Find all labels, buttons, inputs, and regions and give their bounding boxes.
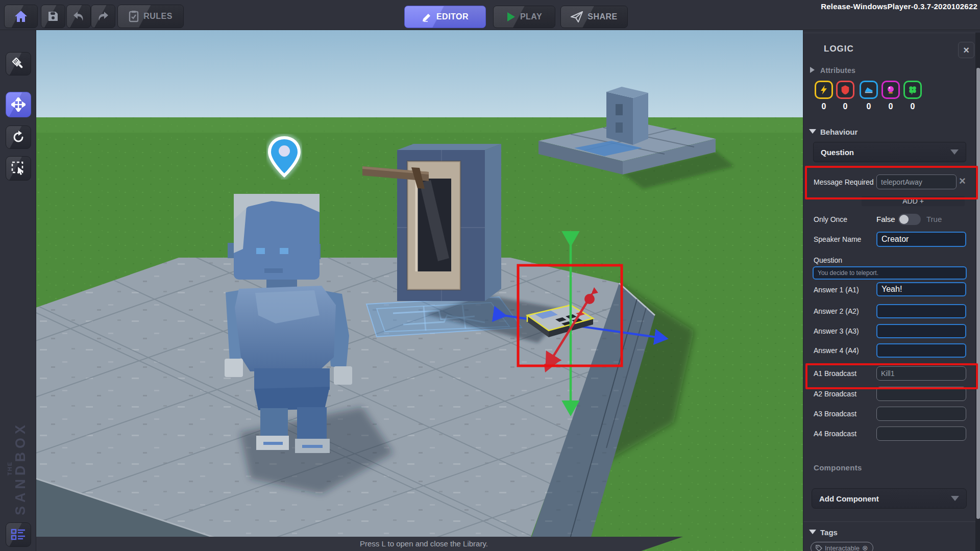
save-button[interactable]: [41, 5, 65, 28]
add-message-button[interactable]: ADD +: [862, 196, 965, 206]
editor-button[interactable]: EDITOR: [404, 6, 486, 28]
attribute-luck-value: 0: [903, 102, 922, 111]
undo-button[interactable]: [66, 5, 91, 28]
attribute-magic[interactable]: [881, 81, 900, 99]
tag-label: Interactable: [825, 544, 860, 551]
share-button[interactable]: SHARE: [560, 6, 628, 28]
answer-2-label: Answer 2 (A2): [814, 307, 859, 315]
answer-1-input[interactable]: [876, 282, 966, 296]
tags-collapse-icon[interactable]: [809, 530, 816, 534]
undo-icon: [72, 10, 85, 22]
section-divider: [803, 521, 975, 522]
editor-label: EDITOR: [436, 12, 469, 21]
library-hint-bar: Press L to open and close the Library.: [36, 537, 689, 551]
redo-button[interactable]: [91, 5, 115, 28]
rules-label: RULES: [143, 12, 173, 21]
behaviour-header: Behaviour: [820, 128, 857, 136]
remove-message-button[interactable]: ×: [959, 176, 966, 187]
tag-icon: [816, 545, 822, 551]
only-once-label: Only Once: [814, 215, 847, 223]
move-tool-button[interactable]: [6, 92, 31, 117]
answer-2-input[interactable]: [876, 304, 966, 318]
list-icon: [11, 528, 26, 541]
a4-broadcast-label: A4 Broadcast: [814, 430, 856, 438]
add-component-label: Add Component: [819, 494, 879, 503]
move-icon: [11, 97, 26, 112]
play-button[interactable]: PLAY: [493, 6, 555, 28]
a3-broadcast-input[interactable]: [876, 407, 966, 421]
magic-orb-icon: [885, 84, 897, 96]
message-required-input[interactable]: [876, 174, 957, 189]
rules-button[interactable]: RULES: [117, 5, 184, 28]
rules-clipboard-icon: [129, 10, 139, 22]
only-once-false-label: False: [876, 215, 895, 223]
attribute-defense[interactable]: [836, 81, 854, 99]
speed-shoe-icon: [863, 84, 875, 96]
tag-chip-interactable[interactable]: Interactable ⊗: [811, 542, 873, 551]
logic-panel: LOGIC × Attributes: [803, 0, 980, 551]
answer-1-label: Answer 1 (A1): [814, 286, 859, 294]
paint-tool-button[interactable]: [6, 52, 31, 76]
redo-icon: [97, 10, 109, 22]
toggle-knob: [899, 215, 909, 224]
attribute-defense-value: 0: [836, 102, 854, 111]
speaker-name-input[interactable]: [876, 232, 966, 247]
panel-scrollbar[interactable]: [975, 33, 980, 551]
answer-4-input[interactable]: [876, 343, 966, 358]
save-icon: [47, 11, 59, 22]
home-button[interactable]: [4, 5, 38, 28]
scrollbar-thumb[interactable]: [976, 68, 980, 519]
behaviour-collapse-icon[interactable]: [809, 129, 816, 134]
close-panel-button[interactable]: ×: [958, 42, 974, 58]
properties-list-button[interactable]: [6, 522, 31, 547]
attribute-luck[interactable]: [903, 81, 922, 99]
add-component-dropdown[interactable]: Add Component: [812, 488, 967, 509]
components-header: Components: [814, 463, 862, 472]
answer-3-input[interactable]: [876, 324, 966, 338]
sandbox-game-maker-window: RULES EDITOR PLAY SHARE: [0, 0, 980, 551]
tag-remove-icon[interactable]: ⊗: [862, 544, 868, 551]
attribute-power[interactable]: [815, 81, 833, 99]
panel-divider: [803, 33, 980, 33]
attribute-magic-value: 0: [881, 102, 900, 111]
attributes-collapse-icon[interactable]: [810, 67, 815, 73]
message-required-label: Message Required: [814, 178, 874, 186]
only-once-true-label: True: [926, 215, 942, 223]
close-icon: ×: [963, 45, 969, 55]
question-label: Question: [814, 256, 842, 264]
question-input[interactable]: [813, 266, 967, 280]
viewport-3d-scene[interactable]: [36, 30, 803, 551]
select-tool-button[interactable]: [6, 156, 31, 181]
tags-header: Tags: [820, 528, 838, 537]
chevron-down-icon: [950, 149, 959, 155]
defense-shield-icon: [839, 84, 851, 96]
a1-broadcast-input[interactable]: [876, 366, 966, 381]
left-toolbar: THE SANDBOX: [0, 30, 36, 551]
build-version-label: Release-WindowsPlayer-0.3.7-2020102622: [821, 2, 977, 11]
a2-broadcast-label: A2 Broadcast: [814, 390, 856, 398]
only-once-toggle[interactable]: [898, 214, 921, 225]
library-hint-text: Press L to open and close the Library.: [360, 539, 488, 548]
pencil-icon: [422, 12, 432, 22]
behaviour-dropdown[interactable]: Question: [813, 142, 966, 162]
chevron-down-icon: [951, 496, 959, 501]
play-icon: [506, 12, 516, 22]
power-bolt-icon: [818, 84, 830, 96]
a2-broadcast-input[interactable]: [876, 387, 966, 401]
sky: [36, 30, 803, 124]
share-label: SHARE: [587, 12, 618, 21]
attribute-power-value: 0: [815, 102, 833, 111]
logic-panel-title: LOGIC: [824, 44, 854, 54]
a3-broadcast-label: A3 Broadcast: [814, 410, 856, 418]
a4-broadcast-input[interactable]: [876, 427, 966, 441]
share-plane-icon: [571, 11, 583, 22]
rotate-tool-button[interactable]: [6, 126, 31, 149]
attribute-speed[interactable]: [860, 81, 878, 99]
behaviour-selected: Question: [821, 148, 854, 157]
box-select-icon: [11, 161, 26, 176]
add-message-label: ADD +: [902, 197, 924, 205]
answer-4-label: Answer 4 (A4): [814, 346, 859, 355]
paint-brush-icon: [11, 57, 26, 71]
attribute-speed-value: 0: [860, 102, 878, 111]
play-label: PLAY: [520, 12, 542, 21]
